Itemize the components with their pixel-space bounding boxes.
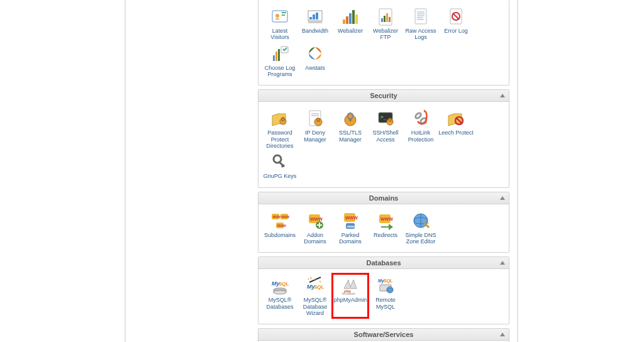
pw-protect-icon: [270, 108, 290, 128]
item-subdomains[interactable]: WWWWWWWWW Subdomains: [262, 209, 297, 246]
svg-rect-30: [278, 49, 280, 61]
item-hotlink[interactable]: HotLink Protection: [403, 107, 438, 150]
item-error-log[interactable]: Error Log: [438, 5, 474, 42]
latest-visitors-icon: [270, 6, 290, 26]
svg-rect-8: [308, 21, 322, 23]
svg-text:WWW: WWW: [345, 216, 358, 220]
item-phpmyadmin[interactable]: phpMyAdmin phpMyAdmin: [333, 274, 368, 317]
item-label: Error Log: [438, 28, 474, 34]
collapse-icon: [500, 333, 505, 336]
ssl-tls-icon: [340, 108, 360, 128]
item-remote-mysql[interactable]: MySQL Remote MySQL: [368, 274, 403, 317]
choose-logs-icon: [270, 43, 290, 63]
bandwidth-icon: [305, 6, 325, 26]
item-mysql-databases[interactable]: MySQL MySQL® Databases: [262, 274, 297, 317]
addon-icon: WWW: [305, 211, 325, 231]
panel-title: Domains: [369, 194, 398, 202]
item-webalizer-ftp[interactable]: Webalizer FTP: [368, 5, 403, 42]
item-dns-editor[interactable]: Simple DNS Zone Editor: [403, 209, 438, 246]
svg-rect-5: [309, 17, 312, 19]
item-label: Addon Domains: [297, 232, 333, 245]
svg-rect-3: [282, 14, 285, 16]
item-gnupg[interactable]: GnuPG Keys: [262, 150, 297, 180]
item-label: Webalizer FTP: [368, 28, 403, 41]
svg-text:WWW: WWW: [277, 224, 286, 228]
svg-text:WWW: WWW: [380, 217, 393, 221]
svg-rect-10: [346, 16, 348, 24]
item-raw-access-logs[interactable]: Raw Access Logs: [403, 5, 438, 42]
panel-title: Security: [370, 92, 397, 99]
panel-title: Software/Services: [354, 331, 414, 338]
item-label: IP Deny Manager: [297, 130, 333, 143]
item-label: SSH/Shell Access: [368, 130, 403, 143]
svg-point-32: [280, 118, 286, 124]
panel-logs: Latest Visitors Bandwidth Webalizer: [258, 0, 509, 86]
svg-point-77: [274, 290, 286, 294]
svg-rect-19: [415, 9, 426, 24]
panel-header-databases[interactable]: Databases: [258, 257, 509, 269]
panel-header-software[interactable]: Software/Services: [258, 329, 509, 341]
collapse-icon: [500, 94, 505, 97]
panel-header-security[interactable]: Security: [258, 90, 509, 102]
item-parked-domains[interactable]: WWWwww Parked Domains: [333, 209, 368, 246]
svg-point-1: [275, 14, 279, 18]
panel-header-domains[interactable]: Domains: [258, 192, 509, 204]
svg-text:WWW: WWW: [282, 215, 290, 219]
item-label: Leech Protect: [438, 130, 474, 136]
item-ssh-shell[interactable]: >_ SSH/Shell Access: [368, 107, 403, 150]
item-latest-visitors[interactable]: Latest Visitors: [262, 5, 297, 42]
item-leech-protect[interactable]: Leech Protect: [438, 107, 474, 150]
parked-icon: WWWwww: [340, 211, 360, 231]
svg-text:WWW: WWW: [310, 217, 323, 221]
svg-point-85: [387, 287, 393, 293]
item-redirects[interactable]: WWW Redirects: [368, 209, 403, 246]
item-label: Choose Log Programs: [262, 65, 297, 78]
item-label: Webalizer: [333, 28, 368, 34]
ip-deny-icon: [305, 108, 325, 128]
item-label: MySQL® Databases: [262, 297, 297, 310]
item-label: Redirects: [368, 232, 403, 238]
svg-text:SQL: SQL: [279, 281, 289, 287]
svg-text:www: www: [347, 224, 355, 228]
item-webalizer[interactable]: Webalizer: [333, 5, 368, 42]
gnupg-icon: [270, 152, 290, 172]
item-mysql-wizard[interactable]: MySQL MySQL® Database Wizard: [297, 274, 333, 317]
ssh-icon: >_: [375, 108, 396, 128]
mysql-db-icon: MySQL: [270, 275, 290, 295]
svg-rect-28: [273, 55, 275, 61]
svg-rect-29: [275, 52, 277, 61]
leech-icon: [446, 108, 466, 128]
item-label: Awstats: [297, 65, 333, 71]
mysql-wiz-icon: MySQL: [305, 275, 325, 295]
item-ssl-tls[interactable]: SSL/TLS Manager: [333, 107, 368, 150]
svg-point-46: [414, 113, 422, 119]
item-label: phpMyAdmin: [333, 297, 368, 303]
svg-text:MyAdmin: MyAdmin: [342, 292, 355, 295]
item-addon-domains[interactable]: WWW Addon Domains: [297, 209, 333, 246]
item-label: Latest Visitors: [262, 28, 297, 41]
webalizer-ftp-icon: [375, 6, 396, 26]
item-label: Remote MySQL: [368, 297, 403, 310]
svg-point-37: [314, 118, 322, 126]
item-password-protect[interactable]: Password Protect Directories: [262, 107, 297, 150]
item-label: MySQL® Database Wizard: [297, 297, 333, 316]
svg-text:SQL: SQL: [384, 279, 393, 284]
awstats-icon: [305, 43, 325, 63]
item-ip-deny[interactable]: IP Deny Manager: [297, 107, 333, 150]
item-label: GnuPG Keys: [262, 173, 297, 179]
panel-domains: Domains WWWWWWWWW Subdomains WWW Addon D…: [258, 192, 509, 253]
sidebar-divider: [125, 0, 126, 342]
item-label: Password Protect Directories: [262, 130, 297, 149]
item-awstats[interactable]: Awstats: [297, 42, 333, 79]
item-label: SSL/TLS Manager: [333, 130, 368, 143]
phpmyadmin-icon: phpMyAdmin: [340, 275, 360, 295]
item-label: HotLink Protection: [403, 130, 438, 143]
item-choose-log-programs[interactable]: Choose Log Programs: [262, 42, 297, 79]
item-label: Subdomains: [262, 232, 297, 238]
panel-security: Security Password Protect Directories IP…: [258, 89, 509, 187]
panel-software: Software/Services CGI CGI Center Site So…: [258, 328, 509, 342]
subdomains-icon: WWWWWWWWW: [270, 211, 290, 231]
svg-text:SQL: SQL: [314, 284, 325, 290]
svg-rect-16: [384, 16, 386, 22]
item-bandwidth[interactable]: Bandwidth: [297, 5, 333, 42]
